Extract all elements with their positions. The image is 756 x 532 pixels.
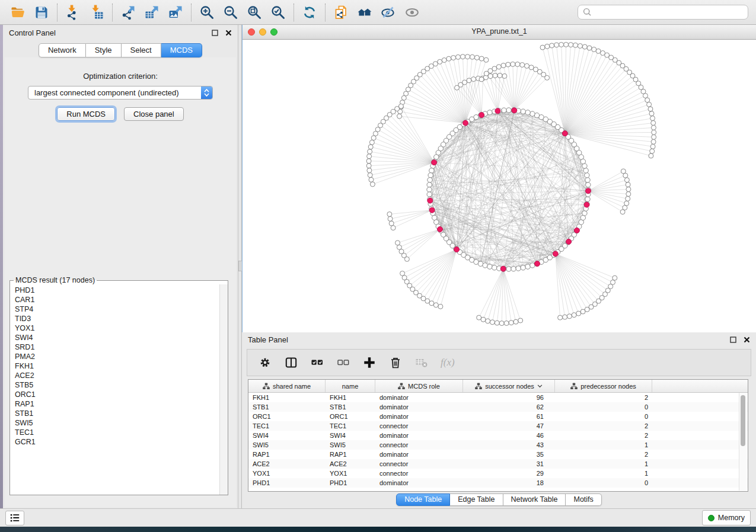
table-row[interactable]: STB1STB1dominator620: [248, 402, 748, 412]
import-network-icon: [68, 5, 76, 20]
memory-status-icon: [708, 515, 714, 521]
delete-column-button[interactable]: [388, 355, 403, 370]
mcds-list-scrollbar[interactable]: [219, 284, 228, 495]
zoom-out-button[interactable]: [221, 2, 241, 23]
table-row[interactable]: RAP1RAP1dominator352: [248, 450, 748, 459]
table-row[interactable]: PHD1PHD1dominator180: [248, 478, 748, 488]
column-header-shared-name[interactable]: shared name: [248, 380, 326, 392]
duplicate-network-button[interactable]: [331, 2, 351, 23]
column-header-successor-nodes[interactable]: successor nodes: [463, 380, 555, 392]
status-bar: Memory: [0, 508, 756, 527]
network-window-titlebar: YPA_prune.txt_1: [243, 25, 756, 40]
cell: 43: [463, 441, 555, 448]
table-row[interactable]: SWI5SWI5connector431: [248, 440, 748, 450]
import-network-button[interactable]: [63, 2, 83, 23]
table-panel: Table Panel f(x) shared namenameMCDS rol…: [242, 332, 756, 508]
tab-network-table[interactable]: Network Table: [503, 493, 566, 506]
deselect-all-button[interactable]: [336, 355, 350, 370]
show-all-button[interactable]: [402, 2, 422, 23]
mcds-result-item[interactable]: STB5: [15, 380, 219, 390]
mcds-result-item[interactable]: SRD1: [15, 342, 219, 352]
cell: 61: [463, 413, 555, 420]
column-header-predecessor-nodes[interactable]: predecessor nodes: [555, 380, 652, 392]
mcds-result-item[interactable]: PMA2: [15, 352, 219, 361]
table-options-gear-button[interactable]: [258, 355, 272, 370]
mcds-result-item[interactable]: ORC1: [15, 390, 219, 399]
refresh-view-button[interactable]: [299, 2, 320, 23]
table-scrollbar-thumb[interactable]: [741, 395, 745, 446]
add-column-icon: [364, 357, 374, 367]
export-network-button[interactable]: [118, 2, 138, 23]
close-panel-button[interactable]: Close panel: [124, 107, 184, 121]
mcds-result-item[interactable]: FKH1: [15, 361, 219, 371]
tab-motifs[interactable]: Motifs: [566, 493, 601, 506]
optimization-criterion-select[interactable]: largest connected component (undirected): [28, 86, 213, 100]
cell: ORC1: [326, 413, 375, 420]
tab-network[interactable]: Network: [39, 43, 86, 57]
hide-selected-button[interactable]: [378, 2, 398, 23]
table-row[interactable]: YOX1YOX1connector291: [248, 469, 748, 478]
table-panel-tabs: Node TableEdge TableNetwork TableMotifs: [242, 493, 756, 506]
mcds-result-item[interactable]: GCR1: [15, 437, 219, 447]
mcds-result-item[interactable]: STP4: [15, 305, 219, 314]
mcds-result-item[interactable]: SWI4: [15, 333, 219, 342]
table-row[interactable]: ACE2ACE2connector311: [248, 459, 748, 469]
tab-style[interactable]: Style: [86, 43, 122, 57]
export-image-button[interactable]: [165, 2, 186, 23]
table-panel-titlebar: Table Panel: [242, 332, 756, 347]
cell: TEC1: [248, 422, 326, 430]
mcds-result-item[interactable]: STB1: [15, 409, 219, 418]
mcds-result-item[interactable]: YOX1: [15, 323, 219, 333]
tab-select[interactable]: Select: [122, 43, 161, 57]
cell: connector: [375, 460, 463, 467]
column-view-button[interactable]: [284, 355, 298, 370]
cell: RAP1: [326, 451, 375, 458]
tab-edge-table[interactable]: Edge Table: [450, 493, 503, 506]
control-panel-titlebar: Control Panel: [3, 25, 238, 41]
close-table-panel-icon[interactable]: [743, 336, 750, 344]
save-session-button[interactable]: [31, 2, 52, 23]
mcds-result-item[interactable]: TEC1: [15, 428, 219, 437]
cell: dominator: [375, 451, 463, 458]
control-panel: Control Panel NetworkStyleSelectMCDS Opt…: [3, 25, 238, 508]
mcds-result-item[interactable]: CAR1: [15, 295, 219, 305]
mcds-result-item[interactable]: SWI5: [15, 418, 219, 428]
table-row[interactable]: SWI4SWI4dominator462: [248, 431, 748, 440]
table-scrollbar[interactable]: [739, 393, 747, 491]
tab-mcds[interactable]: MCDS: [161, 43, 202, 57]
open-file-button[interactable]: [8, 2, 28, 23]
mcds-result-item[interactable]: RAP1: [15, 399, 219, 409]
table-row[interactable]: FKH1FKH1dominator962: [248, 393, 748, 402]
mcds-result-item[interactable]: PHD1: [15, 286, 219, 295]
tab-node-table[interactable]: Node Table: [396, 493, 450, 506]
panel-splitter[interactable]: [238, 25, 242, 508]
cell: 2: [555, 432, 652, 439]
mcds-result-item[interactable]: TID3: [15, 314, 219, 323]
task-history-button[interactable]: [5, 511, 24, 525]
network-graph-canvas[interactable]: [243, 39, 756, 332]
select-all-icon: [312, 360, 323, 365]
close-panel-icon[interactable]: [225, 30, 232, 37]
cell: STB1: [326, 403, 375, 411]
zoom-fit-button[interactable]: [244, 2, 264, 23]
select-all-button[interactable]: [310, 355, 324, 370]
column-header-MCDS-role[interactable]: MCDS role: [375, 380, 463, 392]
import-table-button[interactable]: [87, 2, 107, 23]
float-panel-icon[interactable]: [211, 30, 218, 37]
table-row[interactable]: TEC1TEC1connector472: [248, 421, 748, 431]
column-header-name[interactable]: name: [326, 380, 375, 392]
memory-button[interactable]: Memory: [702, 510, 751, 525]
column-type-icon: [263, 383, 270, 390]
column-type-icon: [398, 383, 405, 390]
run-mcds-button[interactable]: Run MCDS: [57, 107, 115, 121]
table-row[interactable]: ORC1ORC1dominator610: [248, 412, 748, 421]
zoom-selected-button[interactable]: [268, 2, 288, 23]
add-column-button[interactable]: [362, 355, 377, 370]
first-neighbors-button[interactable]: [355, 2, 375, 23]
float-table-panel-icon[interactable]: [729, 336, 736, 344]
search-input[interactable]: [595, 7, 743, 17]
zoom-in-button[interactable]: [197, 2, 217, 23]
column-label: successor nodes: [485, 383, 534, 390]
export-table-button[interactable]: [142, 2, 162, 23]
mcds-result-item[interactable]: ACE2: [15, 371, 219, 380]
